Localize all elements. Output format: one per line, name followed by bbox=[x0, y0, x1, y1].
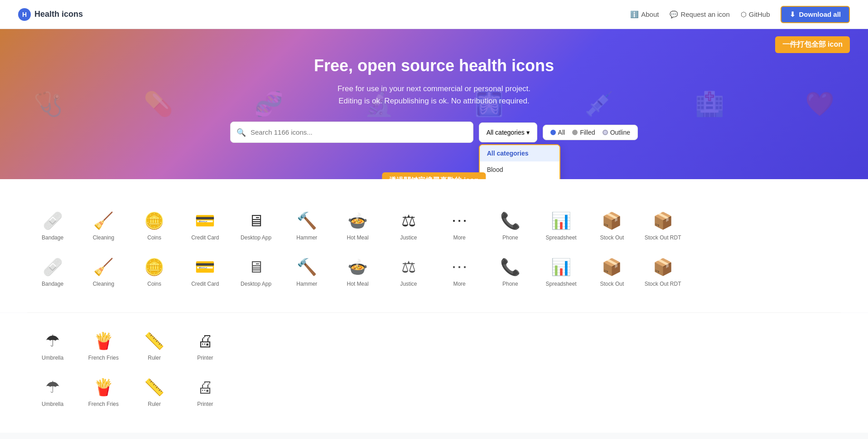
icon-label-phone-o: Phone bbox=[502, 281, 518, 287]
download-all-button[interactable]: ⬇ Download all bbox=[781, 6, 850, 23]
stock-out-rdt-icon: 📦 bbox=[653, 259, 673, 275]
justice-icon: ⚖ bbox=[401, 213, 416, 229]
hot-meal-icon: 🍲 bbox=[347, 259, 368, 275]
hero-desc1: Free for use in your next commercial or … bbox=[338, 83, 530, 95]
credit-card-icon: 💳 bbox=[195, 259, 215, 275]
icon-item-credit-card[interactable]: 💳Credit Card bbox=[180, 202, 231, 248]
filter-all[interactable]: All bbox=[550, 129, 565, 136]
icon-item-desktop-app[interactable]: 🖥Desktop App bbox=[231, 202, 281, 248]
credit-card-icon: 💳 bbox=[195, 213, 215, 229]
filter-pills: All Filled Outline bbox=[543, 125, 638, 140]
nav-request-icon[interactable]: 💬 Request an icon bbox=[670, 10, 729, 19]
icon-item-hot-meal[interactable]: 🍲Hot Meal bbox=[333, 202, 383, 248]
umbrella-icon: ☂ bbox=[45, 379, 60, 395]
search-input[interactable] bbox=[230, 122, 473, 143]
category-dropdown-button[interactable]: All categories ▾ bbox=[479, 122, 537, 142]
icon-label-justice-o: Justice bbox=[400, 281, 417, 287]
icon-item-phone-o[interactable]: 📞Phone bbox=[485, 248, 535, 294]
icon-item-umbrella-o[interactable]: ☂Umbrella bbox=[27, 368, 78, 415]
main-nav: ℹ️ About 💬 Request an icon ⬡ GitHub ⬇ Do… bbox=[630, 6, 850, 23]
fries-icon: 🍟 bbox=[93, 379, 114, 395]
icon-label-hammer: Hammer bbox=[296, 234, 317, 241]
icon-item-bandage[interactable]: 🩹Bandage bbox=[27, 202, 78, 248]
icon-item-coins[interactable]: 🪙Coins bbox=[129, 202, 180, 248]
coins-icon: 🪙 bbox=[144, 213, 164, 229]
icon-item-justice-o[interactable]: ⚖Justice bbox=[383, 248, 434, 294]
icon-label-spreadsheet: Spreadsheet bbox=[546, 234, 577, 241]
dropdown-item-body[interactable]: Body bbox=[480, 178, 559, 180]
icon-label-spreadsheet-o: Spreadsheet bbox=[546, 281, 577, 287]
icon-item-ruler[interactable]: 📏Ruler bbox=[129, 322, 180, 368]
icon-item-printer-o[interactable]: 🖨Printer bbox=[180, 368, 231, 415]
more-icon: ⋯ bbox=[451, 213, 468, 229]
more-icon: ⋯ bbox=[451, 259, 468, 275]
cleaning-icon: 🧹 bbox=[93, 259, 114, 275]
icon-item-bandage-o[interactable]: 🩹Bandage bbox=[27, 248, 78, 294]
search-area: 🔍 All categories ▾ All categoriesBloodBo… bbox=[230, 122, 638, 143]
dropdown-item-all[interactable]: All categories bbox=[480, 145, 559, 161]
icon-label-fries: French Fries bbox=[88, 355, 119, 361]
hero-section: 一件打包全部 icon 🩺 💊 🧬 🔬 🩻 💉 🏥 ❤️ Free, open … bbox=[0, 29, 868, 179]
icon-item-coins-o[interactable]: 🪙Coins bbox=[129, 248, 180, 294]
icon-label-stock-out: Stock Out bbox=[600, 234, 624, 241]
phone-icon: 📞 bbox=[500, 259, 521, 275]
icon-item-phone[interactable]: 📞Phone bbox=[485, 202, 535, 248]
icon-item-printer[interactable]: 🖨Printer bbox=[180, 322, 231, 368]
icon-item-desktop-app-o[interactable]: 🖥Desktop App bbox=[231, 248, 281, 294]
dropdown-item-blood[interactable]: Blood bbox=[480, 161, 559, 178]
icons-grid2-filled: ☂Umbrella🍟French Fries📏Ruler🖨Printer bbox=[27, 322, 841, 368]
icon-label-credit-card-o: Credit Card bbox=[191, 281, 219, 287]
filter-outline[interactable]: Outline bbox=[603, 129, 630, 136]
nav-about[interactable]: ℹ️ About bbox=[630, 10, 659, 19]
icon-item-justice[interactable]: ⚖Justice bbox=[383, 202, 434, 248]
desktop-app-icon: 🖥 bbox=[248, 213, 264, 229]
search-wrapper: 🔍 bbox=[230, 122, 473, 143]
icon-label-hot-meal-o: Hot Meal bbox=[347, 281, 369, 287]
icon-label-bandage: Bandage bbox=[42, 234, 63, 241]
stock-out-icon: 📦 bbox=[602, 259, 622, 275]
bandage-icon: 🩹 bbox=[43, 213, 63, 229]
icon-item-more[interactable]: ⋯More bbox=[434, 202, 485, 248]
icon-item-stock-out-rdt[interactable]: 📦Stock Out RDT bbox=[637, 202, 688, 248]
icon-item-stock-out-rdt-o[interactable]: 📦Stock Out RDT bbox=[637, 248, 688, 294]
ruler-icon: 📏 bbox=[144, 333, 164, 349]
stock-out-icon: 📦 bbox=[602, 213, 622, 229]
icon-item-stock-out-o[interactable]: 📦Stock Out bbox=[587, 248, 637, 294]
icon-label-cleaning: Cleaning bbox=[93, 234, 114, 241]
icon-item-stock-out[interactable]: 📦Stock Out bbox=[587, 202, 637, 248]
nav-github[interactable]: ⬡ GitHub bbox=[741, 10, 770, 19]
icon-item-hammer[interactable]: 🔨Hammer bbox=[281, 202, 332, 248]
filter-filled[interactable]: Filled bbox=[572, 129, 595, 136]
icon-label-coins: Coins bbox=[147, 234, 161, 241]
github-icon: ⬡ bbox=[741, 10, 747, 19]
icon-item-cleaning[interactable]: 🧹Cleaning bbox=[78, 202, 129, 248]
icon-item-spreadsheet[interactable]: 📊Spreadsheet bbox=[536, 202, 587, 248]
icon-item-hot-meal-o[interactable]: 🍲Hot Meal bbox=[333, 248, 383, 294]
hot-meal-icon: 🍲 bbox=[347, 213, 368, 229]
icon-item-hammer-o[interactable]: 🔨Hammer bbox=[281, 248, 332, 294]
hammer-icon: 🔨 bbox=[297, 213, 317, 229]
icon-item-cleaning-o[interactable]: 🧹Cleaning bbox=[78, 248, 129, 294]
icon-item-more-o[interactable]: ⋯More bbox=[434, 248, 485, 294]
printer-icon: 🖨 bbox=[197, 379, 213, 395]
annotation-search-tip: 透過關鍵字搜尋喜歡的 icon bbox=[382, 172, 486, 179]
icon-label-justice: Justice bbox=[400, 234, 417, 241]
category-dropdown[interactable]: All categories ▾ All categoriesBloodBody… bbox=[479, 122, 537, 142]
icon-label-hammer-o: Hammer bbox=[296, 281, 317, 287]
icons-grid2-outline: ☂Umbrella🍟French Fries📏Ruler🖨Printer bbox=[27, 368, 841, 415]
icons-grid-filled: 🩹Bandage🧹Cleaning🪙Coins💳Credit Card🖥Desk… bbox=[27, 202, 841, 248]
icon-label-ruler: Ruler bbox=[148, 355, 161, 361]
logo-icon: H bbox=[18, 8, 31, 21]
icon-item-spreadsheet-o[interactable]: 📊Spreadsheet bbox=[536, 248, 587, 294]
dropdown-menu: All categoriesBloodBodyConditionsDevices… bbox=[479, 144, 560, 180]
icon-item-fries-o[interactable]: 🍟French Fries bbox=[78, 368, 129, 415]
spreadsheet-icon: 📊 bbox=[551, 259, 571, 275]
icon-label-credit-card: Credit Card bbox=[191, 234, 219, 241]
icon-item-credit-card-o[interactable]: 💳Credit Card bbox=[180, 248, 231, 294]
justice-icon: ⚖ bbox=[401, 259, 416, 275]
header: H Health icons ℹ️ About 💬 Request an ico… bbox=[0, 0, 868, 29]
icon-item-umbrella[interactable]: ☂Umbrella bbox=[27, 322, 78, 368]
icon-item-ruler-o[interactable]: 📏Ruler bbox=[129, 368, 180, 415]
logo[interactable]: H Health icons bbox=[18, 8, 83, 21]
icon-item-fries[interactable]: 🍟French Fries bbox=[78, 322, 129, 368]
